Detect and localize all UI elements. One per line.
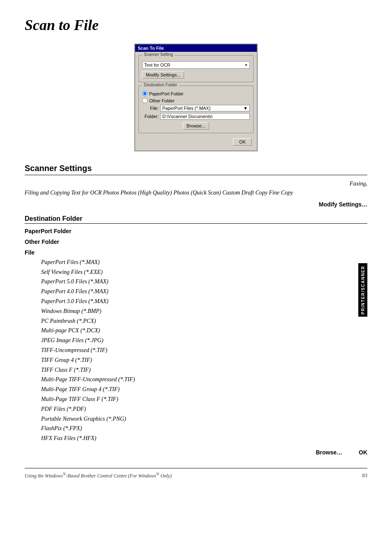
destination-folder-group: Destination Folder PaperPort Folder Othe…: [138, 86, 254, 133]
side-tab: PRINTER/SCANNER: [358, 263, 367, 317]
list-item: PC Paintbrush (*.PCX): [41, 316, 367, 326]
list-item: PaperPort 5.0 Files (*.MAX): [41, 277, 367, 287]
radio-other-label: Other Folder: [149, 98, 175, 103]
paperport-folder-label: PaperPort Folder: [25, 228, 367, 234]
file-dropdown-arrow-icon: ▼: [243, 106, 248, 111]
list-item: JPEG Image Files (*.JPG): [41, 336, 367, 345]
dialog-body: Scanner Setting Text for OCR ▼ Modify Se…: [135, 52, 257, 151]
list-item: PaperPort 3.0 Files (*.MAX): [41, 297, 367, 306]
bottom-buttons-row: Browse… OK: [25, 449, 367, 456]
browse-button[interactable]: Browse...: [183, 122, 209, 130]
destination-folder-label: Destination Folder: [142, 83, 179, 87]
bottom-browse-button[interactable]: Browse…: [316, 449, 342, 456]
radio-paperport[interactable]: [142, 91, 148, 96]
list-item: Self Viewing Files (*.EXE): [41, 267, 367, 277]
footer-page-num: 83: [362, 472, 367, 479]
bottom-ok-button[interactable]: OK: [359, 449, 367, 456]
file-field-label: File:: [142, 106, 159, 111]
list-item: PaperPort 4.0 Files (*.MAX): [41, 287, 367, 297]
folder-field-row: Folder: D:\Vscanner Documents\: [142, 113, 250, 120]
dialog-ok-row: OK: [138, 137, 254, 147]
destination-folder-content: PaperPort Folder Other Folder File: Pape…: [142, 91, 250, 130]
radio-paperport-row: PaperPort Folder: [142, 91, 250, 96]
list-item: Multi-Page TIFF Class F (*.TIF): [41, 394, 367, 404]
scanner-dropdown-value: Text for OCR: [144, 63, 171, 67]
scanner-settings-heading: Scanner Settings: [25, 164, 367, 175]
other-folder-label: Other Folder: [25, 239, 367, 245]
list-item: FlashPix (*.FPX): [41, 424, 367, 433]
file-field-row: File: PaperPort Files (*.MAX) ▼: [142, 105, 250, 111]
dropdown-arrow-icon: ▼: [244, 63, 248, 67]
scanner-setting-content: Text for OCR ▼ Modify Settings...: [142, 61, 250, 79]
file-dropdown[interactable]: PaperPort Files (*.MAX) ▼: [160, 105, 250, 111]
list-item: TIFF Class F (*.TIF): [41, 365, 367, 375]
scanner-description: Filing and Copying Text for OCR Photos P…: [25, 188, 367, 197]
list-item: TIFF Group 4 (*.TIF): [41, 355, 367, 365]
faxing-label: Faxing,: [25, 179, 367, 188]
list-item: Multi-Page TIFF Group 4 (*.TIF): [41, 385, 367, 394]
folder-input[interactable]: D:\Vscanner Documents\: [160, 113, 250, 120]
list-item: Windows Bitmap (*.BMP): [41, 306, 367, 316]
radio-paperport-label: PaperPort Folder: [149, 91, 184, 96]
browse-btn-row: Browse...: [142, 122, 250, 130]
file-dropdown-value: PaperPort Files (*.MAX): [162, 106, 210, 111]
scanner-setting-group: Scanner Setting Text for OCR ▼ Modify Se…: [138, 55, 254, 82]
file-types-list: PaperPort Files (*.MAX)Self Viewing File…: [41, 257, 367, 443]
destination-folder-heading: Destination Folder: [25, 215, 367, 224]
file-heading: File: [25, 249, 367, 256]
modify-settings-label: Modify Settings…: [25, 201, 367, 208]
side-tab-text: PRINTER/SCANNER: [361, 266, 365, 315]
page-title: Scan to File: [25, 16, 367, 34]
page-footer: Using the Windows®-Based Brother Control…: [25, 468, 367, 479]
folder-field-label: Folder:: [142, 114, 159, 119]
list-item: PaperPort Files (*.MAX): [41, 257, 367, 267]
radio-other-row: Other Folder: [142, 98, 250, 103]
dialog-screenshot: Scan To File Scanner Setting Text for OC…: [25, 44, 367, 151]
list-item: TIFF-Uncompressed (*.TIF): [41, 345, 367, 355]
scanner-dropdown[interactable]: Text for OCR ▼: [142, 61, 250, 69]
list-item: Multi-Page TIFF-Uncompressed (*.TIF): [41, 375, 367, 385]
footer-text: Using the Windows®-Based Brother Control…: [25, 472, 172, 479]
list-item: Portable Network Graphics (*.PNG): [41, 414, 367, 424]
dialog-ok-button[interactable]: OK: [233, 138, 252, 146]
radio-other[interactable]: [142, 98, 148, 103]
list-item: Multi-page PCX (*.DCX): [41, 326, 367, 336]
dialog-title-bar: Scan To File: [135, 44, 257, 52]
folder-input-value: D:\Vscanner Documents\: [162, 114, 212, 119]
scanner-setting-label: Scanner Setting: [142, 52, 175, 57]
modify-settings-button[interactable]: Modify Settings...: [142, 71, 184, 79]
dialog-box: Scan To File Scanner Setting Text for OC…: [134, 44, 258, 151]
modify-btn-row: Modify Settings...: [142, 71, 250, 79]
list-item: HFX Fax Files (*.HFX): [41, 433, 367, 443]
list-item: PDF Files (*.PDF): [41, 404, 367, 414]
